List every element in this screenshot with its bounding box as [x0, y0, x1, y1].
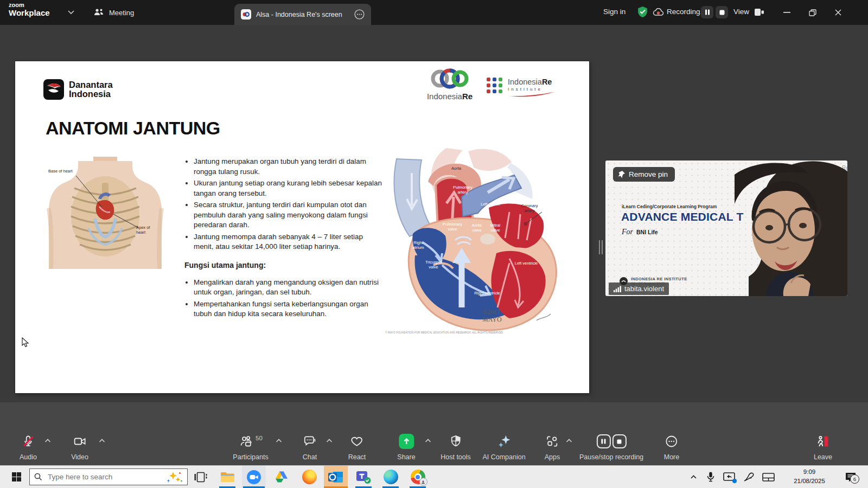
teams-icon	[356, 470, 371, 484]
leave-button[interactable]: Leave	[814, 434, 832, 461]
participant-name-tag: tabita.violent	[609, 282, 669, 295]
chat-button[interactable]: Chat	[303, 434, 317, 461]
indonesiare-institute-logo: IndonesiaRe Institute	[487, 78, 557, 97]
mouse-cursor	[22, 337, 29, 348]
taskbar-teams[interactable]	[352, 466, 375, 488]
chat-icon	[303, 434, 317, 448]
pin-icon	[618, 171, 625, 178]
tab-meeting-label: Meeting	[109, 9, 134, 17]
heart-label-left-atrium: Left atrium	[476, 202, 505, 207]
restore-button[interactable]	[800, 0, 825, 25]
taskbar-firefox[interactable]	[297, 466, 321, 488]
close-button[interactable]	[825, 0, 851, 25]
record-control-button[interactable]: Pause/stop recording	[579, 434, 643, 461]
danantara-logo: Danantara Indonesia	[43, 79, 113, 100]
audio-button[interactable]: Audio	[20, 434, 37, 461]
institute-logo-text: IndonesiaRe Institute	[508, 78, 557, 97]
taskbar-zoom-app[interactable]	[242, 466, 266, 488]
search-input[interactable]	[47, 472, 162, 481]
tab-options-icon[interactable]	[354, 9, 365, 20]
more-button[interactable]: More	[664, 434, 679, 461]
clock-time: 9:09	[783, 467, 835, 477]
heart-label-left-ventricle: Left ventricle	[514, 261, 539, 266]
heart-label-tricuspid-valve: Tricuspid valve	[420, 260, 446, 269]
indonesiare-logo: IndonesiaRe	[414, 68, 485, 101]
notification-count-badge: 6	[850, 474, 859, 484]
tray-hidden-icons-chevron[interactable]	[685, 466, 702, 488]
meeting-toolbar: Audio Video 50 Participants Chat	[0, 402, 868, 465]
connection-bars-icon	[614, 286, 621, 292]
participants-options-chevron[interactable]	[276, 438, 283, 443]
file-explorer-icon	[220, 471, 235, 483]
tab-screen-share[interactable]: Alsa - Indonesia Re's screen	[234, 4, 371, 25]
danantara-logo-icon	[43, 79, 64, 100]
view-layout-icon[interactable]	[754, 8, 764, 17]
taskbar-edge[interactable]	[379, 466, 403, 488]
remove-pin-button[interactable]: Remove pin	[613, 167, 675, 182]
leave-label: Leave	[814, 453, 832, 461]
minimize-button[interactable]	[774, 0, 800, 25]
start-button[interactable]	[4, 466, 28, 488]
stop-recording-toolbar-icon[interactable]	[612, 434, 626, 448]
institute-brand: Indonesia	[508, 78, 542, 86]
host-tools-button[interactable]: Host tools	[441, 434, 471, 461]
apps-button[interactable]: Apps	[545, 434, 560, 461]
stop-recording-button[interactable]	[716, 6, 728, 18]
share-options-chevron[interactable]	[425, 438, 432, 443]
react-button[interactable]: React	[348, 434, 366, 461]
bullet-item: Jantung memompa darah sebanyak 4 – 7 lit…	[194, 232, 383, 252]
taskbar-file-explorer[interactable]	[215, 466, 239, 488]
heart-label-pulmonary-artery: Pulmonary artery	[450, 185, 476, 195]
sign-in-button[interactable]: Sign in	[603, 8, 626, 16]
security-shield-icon[interactable]	[637, 6, 648, 18]
pinned-video-tile[interactable]: iLearn Ceding/Corporate Learning Program…	[605, 160, 847, 296]
host-tools-shield-icon	[449, 434, 463, 448]
brand-workplace: Workplace	[9, 9, 50, 17]
view-button[interactable]: View	[733, 8, 749, 16]
mayo-footer-credit: © MAYO FOUNDATION FOR MEDICAL EDUCATION …	[385, 331, 537, 334]
participants-button[interactable]: 50 Participants	[233, 434, 268, 461]
tray-microphone-icon[interactable]	[702, 466, 719, 488]
pause-recording-toolbar-icon[interactable]	[596, 434, 610, 448]
taskbar-clock[interactable]: 9:09 21/08/2025	[783, 467, 835, 485]
taskbar-google-drive[interactable]	[270, 466, 293, 488]
share-button[interactable]: Share	[397, 434, 415, 461]
tray-pen-icon[interactable]	[740, 466, 757, 488]
taskbar-search-box[interactable]	[29, 468, 188, 485]
poster-for-script: For	[622, 228, 633, 236]
heart-react-icon	[350, 434, 364, 448]
audio-options-chevron[interactable]	[44, 438, 52, 443]
participants-count: 50	[256, 435, 263, 441]
taskbar-chrome[interactable]	[406, 466, 430, 488]
more-ellipsis-icon	[665, 434, 679, 448]
search-highlights-sparkle-icon[interactable]	[167, 471, 183, 483]
notification-center-button[interactable]: 6	[840, 466, 861, 488]
firefox-icon	[302, 470, 317, 484]
pause-recording-button[interactable]	[701, 6, 713, 18]
panel-resize-handle[interactable]	[598, 239, 603, 255]
participants-icon	[239, 434, 253, 448]
mayo-name: MAYO	[482, 316, 502, 324]
tray-touch-keyboard-icon[interactable]	[758, 466, 778, 488]
ai-companion-button[interactable]: AI Companion	[482, 434, 525, 461]
chat-options-chevron[interactable]	[326, 438, 333, 443]
taskbar-outlook[interactable]	[324, 466, 348, 488]
video-button[interactable]: Video	[71, 434, 88, 461]
video-options-chevron[interactable]	[99, 438, 106, 443]
heart-label-right-ventricle: Right ventricle	[467, 291, 507, 296]
task-view-button[interactable]	[189, 466, 213, 488]
chest-label-base: Base of heart	[48, 169, 80, 174]
screen-share-app-icon	[241, 9, 251, 20]
chevron-down-icon[interactable]	[67, 9, 75, 15]
chest-label-apex: Apex of heart	[136, 226, 159, 235]
heart-diagram-figure: Aorta Pulmonary artery Left atrium Coron…	[381, 147, 563, 338]
meeting-people-icon	[93, 8, 104, 17]
presentation-slide: Danantara Indonesia IndonesiaRe	[15, 61, 589, 393]
tray-screenshare-icon[interactable]	[719, 466, 739, 488]
audio-label: Audio	[20, 453, 37, 461]
tab-meeting[interactable]: Meeting	[93, 0, 134, 25]
apps-options-chevron[interactable]	[566, 438, 573, 443]
host-tools-label: Host tools	[441, 453, 471, 461]
react-label: React	[348, 453, 366, 461]
apps-icon	[545, 434, 559, 448]
